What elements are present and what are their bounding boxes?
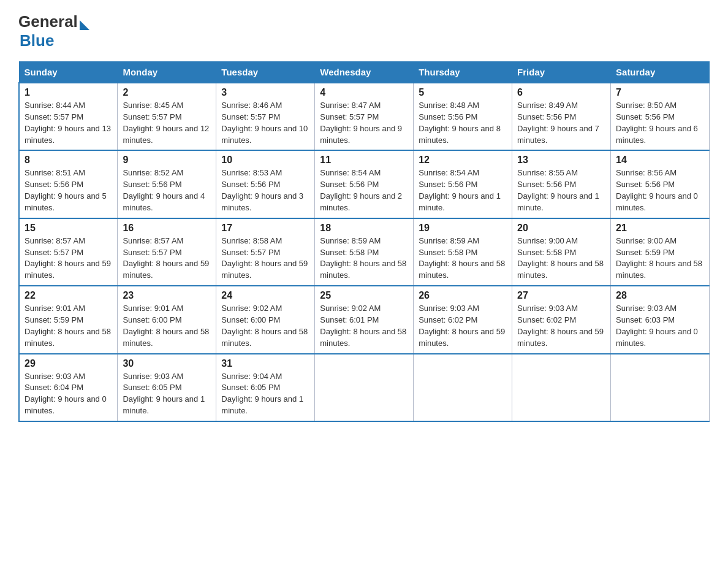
calendar-cell: 25 Sunrise: 9:02 AMSunset: 6:01 PMDaylig… xyxy=(315,286,414,353)
day-number: 3 xyxy=(221,87,309,98)
day-info: Sunrise: 8:44 AMSunset: 5:57 PMDaylight:… xyxy=(25,101,111,145)
calendar-cell xyxy=(315,354,414,421)
calendar-cell: 7 Sunrise: 8:50 AMSunset: 5:56 PMDayligh… xyxy=(611,83,710,150)
page-header: General Blue xyxy=(18,12,710,50)
calendar-cell xyxy=(512,354,611,421)
logo-blue-text: Blue xyxy=(20,31,54,50)
day-number: 21 xyxy=(616,223,704,234)
day-number: 22 xyxy=(25,290,112,301)
day-info: Sunrise: 9:00 AMSunset: 5:58 PMDaylight:… xyxy=(517,236,604,280)
calendar-cell: 24 Sunrise: 9:02 AMSunset: 6:00 PMDaylig… xyxy=(216,286,315,353)
day-number: 24 xyxy=(221,290,309,301)
day-info: Sunrise: 9:03 AMSunset: 6:04 PMDaylight:… xyxy=(25,372,107,416)
calendar-cell: 28 Sunrise: 9:03 AMSunset: 6:03 PMDaylig… xyxy=(611,286,710,353)
day-number: 9 xyxy=(123,155,211,166)
weekday-header-thursday: Thursday xyxy=(414,62,512,83)
day-number: 4 xyxy=(320,87,408,98)
day-number: 13 xyxy=(517,155,605,166)
day-info: Sunrise: 9:02 AMSunset: 6:00 PMDaylight:… xyxy=(221,304,308,348)
calendar-cell: 31 Sunrise: 9:04 AMSunset: 6:05 PMDaylig… xyxy=(216,354,315,421)
weekday-header-monday: Monday xyxy=(118,62,216,83)
day-info: Sunrise: 8:51 AMSunset: 5:56 PMDaylight:… xyxy=(25,168,107,212)
day-info: Sunrise: 8:47 AMSunset: 5:57 PMDaylight:… xyxy=(320,101,402,145)
day-number: 12 xyxy=(419,155,507,166)
calendar-cell xyxy=(414,354,512,421)
day-info: Sunrise: 9:01 AMSunset: 5:59 PMDaylight:… xyxy=(25,304,111,348)
day-info: Sunrise: 8:52 AMSunset: 5:56 PMDaylight:… xyxy=(123,168,205,212)
day-number: 10 xyxy=(221,155,309,166)
day-info: Sunrise: 9:04 AMSunset: 6:05 PMDaylight:… xyxy=(221,372,303,416)
calendar-cell xyxy=(611,354,710,421)
day-number: 11 xyxy=(320,155,408,166)
day-number: 19 xyxy=(419,223,507,234)
calendar-table: SundayMondayTuesdayWednesdayThursdayFrid… xyxy=(18,61,710,422)
calendar-cell: 14 Sunrise: 8:56 AMSunset: 5:56 PMDaylig… xyxy=(611,150,710,218)
day-info: Sunrise: 8:50 AMSunset: 5:56 PMDaylight:… xyxy=(616,101,698,145)
calendar-cell: 30 Sunrise: 9:03 AMSunset: 6:05 PMDaylig… xyxy=(118,354,216,421)
calendar-week-row: 22 Sunrise: 9:01 AMSunset: 5:59 PMDaylig… xyxy=(19,286,710,353)
calendar-cell: 17 Sunrise: 8:58 AMSunset: 5:57 PMDaylig… xyxy=(216,218,315,286)
calendar-cell: 13 Sunrise: 8:55 AMSunset: 5:56 PMDaylig… xyxy=(512,150,611,218)
day-info: Sunrise: 8:49 AMSunset: 5:56 PMDaylight:… xyxy=(517,101,599,145)
calendar-cell: 5 Sunrise: 8:48 AMSunset: 5:56 PMDayligh… xyxy=(414,83,512,150)
weekday-header-wednesday: Wednesday xyxy=(315,62,414,83)
day-number: 17 xyxy=(221,223,309,234)
day-number: 6 xyxy=(517,87,605,98)
calendar-week-row: 1 Sunrise: 8:44 AMSunset: 5:57 PMDayligh… xyxy=(19,83,710,150)
calendar-cell: 16 Sunrise: 8:57 AMSunset: 5:57 PMDaylig… xyxy=(118,218,216,286)
calendar-cell: 26 Sunrise: 9:03 AMSunset: 6:02 PMDaylig… xyxy=(414,286,512,353)
calendar-week-row: 8 Sunrise: 8:51 AMSunset: 5:56 PMDayligh… xyxy=(19,150,710,218)
day-info: Sunrise: 9:03 AMSunset: 6:03 PMDaylight:… xyxy=(616,304,698,348)
day-info: Sunrise: 8:55 AMSunset: 5:56 PMDaylight:… xyxy=(517,168,599,212)
calendar-cell: 8 Sunrise: 8:51 AMSunset: 5:56 PMDayligh… xyxy=(19,150,118,218)
calendar-cell: 10 Sunrise: 8:53 AMSunset: 5:56 PMDaylig… xyxy=(216,150,315,218)
day-number: 23 xyxy=(123,290,211,301)
calendar-cell: 29 Sunrise: 9:03 AMSunset: 6:04 PMDaylig… xyxy=(19,354,118,421)
day-info: Sunrise: 8:46 AMSunset: 5:57 PMDaylight:… xyxy=(221,101,308,145)
logo: General Blue xyxy=(18,12,89,50)
weekday-header-row: SundayMondayTuesdayWednesdayThursdayFrid… xyxy=(19,62,710,83)
calendar-cell: 3 Sunrise: 8:46 AMSunset: 5:57 PMDayligh… xyxy=(216,83,315,150)
day-info: Sunrise: 8:56 AMSunset: 5:56 PMDaylight:… xyxy=(616,168,698,212)
day-info: Sunrise: 8:54 AMSunset: 5:56 PMDaylight:… xyxy=(419,168,501,212)
calendar-cell: 4 Sunrise: 8:47 AMSunset: 5:57 PMDayligh… xyxy=(315,83,414,150)
day-number: 16 xyxy=(123,223,211,234)
day-number: 15 xyxy=(25,223,112,234)
logo-general-text: General xyxy=(18,12,78,31)
day-number: 7 xyxy=(616,87,704,98)
calendar-cell: 9 Sunrise: 8:52 AMSunset: 5:56 PMDayligh… xyxy=(118,150,216,218)
calendar-cell: 27 Sunrise: 9:03 AMSunset: 6:02 PMDaylig… xyxy=(512,286,611,353)
calendar-cell: 6 Sunrise: 8:49 AMSunset: 5:56 PMDayligh… xyxy=(512,83,611,150)
day-info: Sunrise: 9:00 AMSunset: 5:59 PMDaylight:… xyxy=(616,236,702,280)
day-info: Sunrise: 8:58 AMSunset: 5:57 PMDaylight:… xyxy=(221,236,308,280)
day-number: 2 xyxy=(123,87,211,98)
day-info: Sunrise: 9:01 AMSunset: 6:00 PMDaylight:… xyxy=(123,304,209,348)
calendar-cell: 22 Sunrise: 9:01 AMSunset: 5:59 PMDaylig… xyxy=(19,286,118,353)
weekday-header-friday: Friday xyxy=(512,62,611,83)
calendar-week-row: 15 Sunrise: 8:57 AMSunset: 5:57 PMDaylig… xyxy=(19,218,710,286)
calendar-cell: 15 Sunrise: 8:57 AMSunset: 5:57 PMDaylig… xyxy=(19,218,118,286)
day-info: Sunrise: 8:48 AMSunset: 5:56 PMDaylight:… xyxy=(419,101,501,145)
day-info: Sunrise: 8:59 AMSunset: 5:58 PMDaylight:… xyxy=(320,236,406,280)
day-number: 18 xyxy=(320,223,408,234)
day-info: Sunrise: 8:45 AMSunset: 5:57 PMDaylight:… xyxy=(123,101,209,145)
weekday-header-saturday: Saturday xyxy=(611,62,710,83)
day-info: Sunrise: 8:59 AMSunset: 5:58 PMDaylight:… xyxy=(419,236,505,280)
day-number: 8 xyxy=(25,155,112,166)
day-info: Sunrise: 8:57 AMSunset: 5:57 PMDaylight:… xyxy=(25,236,111,280)
day-number: 30 xyxy=(123,358,211,369)
day-number: 1 xyxy=(25,87,112,98)
weekday-header-sunday: Sunday xyxy=(19,62,118,83)
calendar-cell: 1 Sunrise: 8:44 AMSunset: 5:57 PMDayligh… xyxy=(19,83,118,150)
day-number: 29 xyxy=(25,358,112,369)
day-number: 26 xyxy=(419,290,507,301)
day-info: Sunrise: 9:02 AMSunset: 6:01 PMDaylight:… xyxy=(320,304,406,348)
calendar-cell: 18 Sunrise: 8:59 AMSunset: 5:58 PMDaylig… xyxy=(315,218,414,286)
day-number: 14 xyxy=(616,155,704,166)
day-info: Sunrise: 9:03 AMSunset: 6:05 PMDaylight:… xyxy=(123,372,205,416)
day-number: 5 xyxy=(419,87,507,98)
day-info: Sunrise: 9:03 AMSunset: 6:02 PMDaylight:… xyxy=(517,304,604,348)
day-info: Sunrise: 8:53 AMSunset: 5:56 PMDaylight:… xyxy=(221,168,303,212)
day-number: 31 xyxy=(221,358,309,369)
calendar-cell: 19 Sunrise: 8:59 AMSunset: 5:58 PMDaylig… xyxy=(414,218,512,286)
